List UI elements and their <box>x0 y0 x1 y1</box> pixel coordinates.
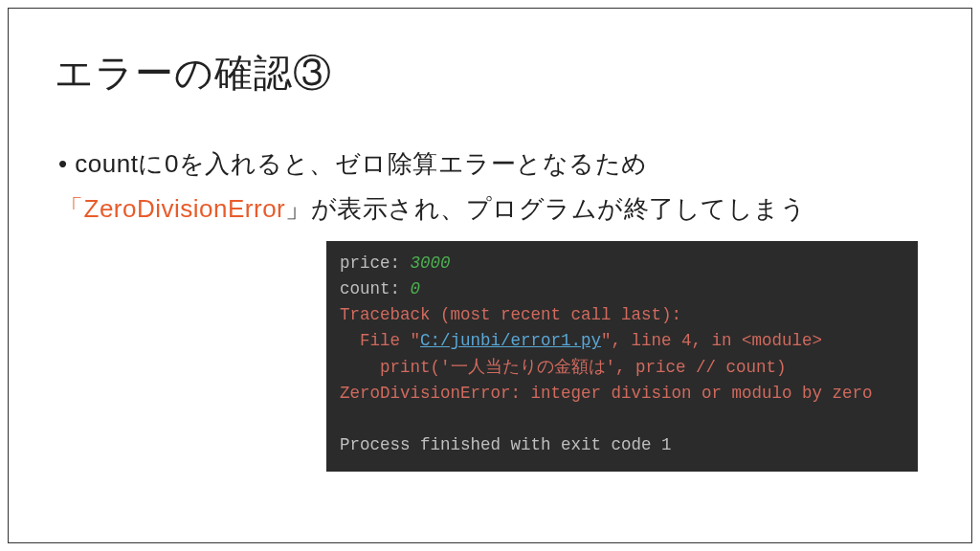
terminal-output: price: 3000 count: 0 Traceback (most rec… <box>326 241 918 472</box>
exit-line: Process finished with exit code 1 <box>340 435 672 454</box>
slide-frame: エラーの確認③ countに0を入れると、ゼロ除算エラーとなるため 「ZeroD… <box>8 8 972 543</box>
file-suffix: ", line 4, in <module> <box>601 331 822 350</box>
error-line: ZeroDivisionError: integer division or m… <box>340 384 873 403</box>
file-prefix: File " <box>340 331 420 350</box>
print-line: print('一人当たりの金額は', price // count) <box>340 358 787 377</box>
bullet-text: countに0を入れると、ゼロ除算エラーとなるため 「ZeroDivisionE… <box>58 142 925 231</box>
traceback-header: Traceback (most recent call last): <box>340 305 681 324</box>
price-label: price: <box>340 253 411 273</box>
price-value: 3000 <box>411 253 451 273</box>
count-label: count: <box>340 279 411 298</box>
bullet-line-1: countに0を入れると、ゼロ除算エラーとなるため <box>58 142 925 187</box>
count-value: 0 <box>411 279 421 298</box>
quote-open: 「 <box>58 194 84 223</box>
quote-close-and-rest: 」が表示され、プログラムが終了してしまう <box>285 194 806 223</box>
error-name-highlight: ZeroDivisionError <box>84 194 286 223</box>
bullet-line-2: 「ZeroDivisionError」が表示され、プログラムが終了してしまう <box>58 187 925 231</box>
slide-title: エラーの確認③ <box>55 47 925 99</box>
file-link: C:/junbi/error1.py <box>420 331 601 350</box>
